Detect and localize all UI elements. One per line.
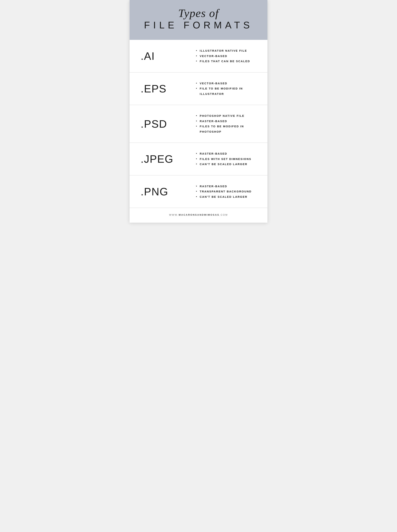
bullet-item: RASTER-BASED (196, 151, 256, 156)
footer-prefix: www. (169, 214, 179, 216)
bullet-item: PHOTOSHOP NATIVE FILE (196, 113, 256, 119)
format-row-psd: .PSDPHOTOSHOP NATIVE FILERASTER-BASEDFIL… (130, 105, 267, 143)
bullet-item: FILES WITH SET DIMNESIONS (196, 156, 256, 162)
bullet-item: RASTER-BASED (196, 119, 256, 124)
footer-brand: MACARONSANDMIMOSAS (179, 214, 219, 216)
format-name-psd: .PSD (141, 118, 189, 130)
format-row-jpeg: .JPEGRASTER-BASEDFILES WITH SET DIMNESIO… (130, 143, 267, 175)
footer-suffix: .com (219, 214, 228, 216)
format-bullets-ai: ILLUSTRATOR NATIVE FILEVECTOR-BASEDFILES… (196, 48, 256, 64)
format-bullets-png: RASTER-BASEDTRANSPARENT BACKGROUNDCAN'T … (196, 184, 256, 200)
bullet-item: ILLUSTRATOR NATIVE FILE (196, 48, 256, 54)
bullet-item: FILE TO BE MODIFIED IN ILLUSTRATOR (196, 86, 256, 97)
bullet-item: FILES THAT CAN BE SCALED (196, 59, 256, 64)
format-name-jpeg: .JPEG (141, 153, 189, 165)
format-name-png: .PNG (141, 185, 189, 198)
bullet-item: CAN'T BE SCALED LARGER (196, 194, 256, 200)
content-area: .AIILLUSTRATOR NATIVE FILEVECTOR-BASEDFI… (130, 40, 267, 208)
format-name-ai: .AI (141, 50, 189, 62)
format-bullets-eps: VECTOR-BASEDFILE TO BE MODIFIED IN ILLUS… (196, 81, 256, 97)
format-details-psd: PHOTOSHOP NATIVE FILERASTER-BASEDFILES T… (189, 113, 256, 134)
format-row-eps: .EPSVECTOR-BASEDFILE TO BE MODIFIED IN I… (130, 73, 267, 105)
bullet-item: VECTOR-BASED (196, 81, 256, 86)
bullet-item: CAN'T BE SCALED LARGER (196, 162, 256, 167)
format-bullets-psd: PHOTOSHOP NATIVE FILERASTER-BASEDFILES T… (196, 113, 256, 134)
header-script-title: Types of (141, 7, 256, 19)
bullet-item: TRANSPARENT BACKGROUND (196, 189, 256, 194)
page: Types of FILE FORMATS .AIILLUSTRATOR NAT… (130, 0, 267, 223)
header: Types of FILE FORMATS (130, 0, 267, 40)
bullet-item: RASTER-BASED (196, 184, 256, 189)
format-details-eps: VECTOR-BASEDFILE TO BE MODIFIED IN ILLUS… (189, 81, 256, 97)
format-bullets-jpeg: RASTER-BASEDFILES WITH SET DIMNESIONSCAN… (196, 151, 256, 167)
format-row-png: .PNGRASTER-BASEDTRANSPARENT BACKGROUNDCA… (130, 175, 267, 208)
footer: www.MACARONSANDMIMOSAS.com (130, 208, 267, 223)
format-details-png: RASTER-BASEDTRANSPARENT BACKGROUNDCAN'T … (189, 184, 256, 200)
format-name-eps: .EPS (141, 82, 189, 95)
header-bold-title: FILE FORMATS (141, 19, 256, 31)
format-details-ai: ILLUSTRATOR NATIVE FILEVECTOR-BASEDFILES… (189, 48, 256, 64)
format-row-ai: .AIILLUSTRATOR NATIVE FILEVECTOR-BASEDFI… (130, 40, 267, 73)
bullet-item: FILES TO BE MODIFED IN PHOTOSHOP (196, 124, 256, 134)
footer-text: www.MACARONSANDMIMOSAS.com (141, 214, 256, 216)
bullet-item: VECTOR-BASED (196, 54, 256, 59)
format-details-jpeg: RASTER-BASEDFILES WITH SET DIMNESIONSCAN… (189, 151, 256, 167)
